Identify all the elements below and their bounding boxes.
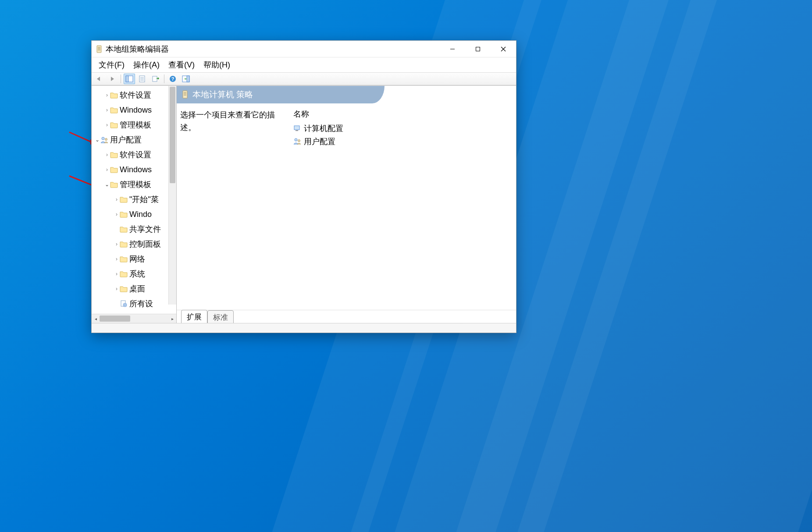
folder-icon	[120, 196, 128, 203]
folder-icon	[110, 92, 118, 99]
svg-text:?: ?	[171, 76, 175, 82]
tree-item[interactable]: ⌄管理模板	[92, 177, 171, 192]
tree-item[interactable]: 所有设	[92, 296, 171, 311]
svg-rect-18	[187, 76, 189, 82]
scroll-right-button[interactable]: ▸	[168, 315, 176, 323]
tree-item[interactable]: ›Windo	[92, 207, 171, 222]
chevron-down-icon[interactable]: ⌄	[104, 181, 110, 188]
tree-item[interactable]: ›系统	[92, 266, 171, 281]
maximize-icon	[475, 46, 481, 52]
chevron-right-icon[interactable]: ›	[114, 271, 120, 277]
chevron-down-icon[interactable]: ⌄	[94, 137, 100, 143]
export-button[interactable]	[150, 74, 161, 84]
back-button[interactable]	[93, 74, 105, 84]
content-header-title: 本地计算机 策略	[192, 89, 253, 100]
svg-rect-14	[153, 76, 157, 82]
description-column: 选择一个项目来查看它的描述。	[180, 109, 293, 305]
list-item-label: 用户配置	[304, 136, 335, 147]
content-pane: 本地计算机 策略 选择一个项目来查看它的描述。 名称 计算机配置用户配置 扩展 …	[177, 86, 516, 323]
tree-item[interactable]: ⌄用户配置	[92, 132, 171, 147]
folder-icon	[120, 270, 128, 277]
svg-point-31	[298, 140, 300, 142]
menu-help[interactable]: 帮助(H)	[199, 58, 235, 72]
chevron-right-icon[interactable]: ›	[104, 107, 110, 113]
tree-item[interactable]: ›桌面	[92, 281, 171, 296]
chevron-right-icon[interactable]: ›	[114, 241, 120, 247]
folder-icon	[120, 255, 128, 262]
tree-item-label: 用户配置	[110, 135, 142, 145]
maximize-button[interactable]	[465, 41, 491, 57]
tree-item[interactable]: ›Windows	[92, 103, 171, 117]
gear-icon	[120, 300, 128, 307]
tree-item-label: 管理模板	[120, 179, 151, 190]
minimize-icon	[450, 46, 455, 52]
menu-action[interactable]: 操作(A)	[129, 58, 164, 72]
menu-file[interactable]: 文件(F)	[94, 58, 129, 72]
minimize-button[interactable]	[440, 41, 465, 57]
chevron-right-icon[interactable]: ›	[104, 122, 110, 128]
column-header-name[interactable]: 名称	[293, 109, 513, 119]
folder-icon	[110, 181, 118, 188]
tree-pane: ›软件设置›Windows›管理模板⌄用户配置›软件设置›Windows⌄管理模…	[92, 86, 177, 323]
help-icon: ?	[169, 75, 176, 82]
tree-item[interactable]: ›网络	[92, 252, 171, 266]
svg-point-23	[125, 305, 126, 306]
close-button[interactable]	[491, 41, 516, 57]
tree-item[interactable]: ›软件设置	[92, 147, 171, 162]
properties-button[interactable]	[137, 74, 148, 84]
folder-icon	[110, 166, 118, 173]
policy-icon	[181, 90, 189, 99]
tree-item-label: 管理模板	[120, 120, 151, 130]
tree-item[interactable]: 共享文件	[92, 222, 171, 237]
titlebar: 本地组策略编辑器	[92, 41, 516, 57]
help-button[interactable]: ?	[167, 74, 178, 84]
tree-item[interactable]: ›软件设置	[92, 88, 171, 103]
tab-extended[interactable]: 扩展	[181, 310, 207, 323]
tree-item[interactable]: ›控制面板	[92, 237, 171, 252]
tree-item[interactable]: ›"开始"菜	[92, 192, 171, 207]
scroll-left-button[interactable]: ◂	[92, 315, 100, 323]
scrollbar-thumb[interactable]	[170, 87, 175, 183]
tree-item-label: Windows	[120, 165, 152, 174]
show-hide-action-pane-button[interactable]	[180, 74, 192, 84]
menu-view[interactable]: 查看(V)	[164, 58, 199, 72]
tab-standard[interactable]: 标准	[207, 310, 234, 323]
tree-pane-icon	[125, 75, 133, 82]
scrollbar-thumb[interactable]	[100, 316, 130, 322]
list-item[interactable]: 用户配置	[293, 135, 513, 148]
tree-item[interactable]: ›Windows	[92, 162, 171, 177]
gpedit-window: 本地组策略编辑器 文件(F) 操作(A) 查看(V) 帮助(H)	[91, 40, 516, 333]
chevron-right-icon[interactable]: ›	[114, 256, 120, 262]
svg-rect-28	[294, 126, 299, 130]
svg-point-20	[105, 138, 107, 141]
chevron-right-icon[interactable]: ›	[114, 286, 120, 292]
tree-item-label: 共享文件	[129, 224, 161, 234]
folder-icon	[110, 121, 118, 128]
folder-icon	[110, 151, 118, 158]
tree-item-label: 系统	[129, 269, 145, 279]
chevron-right-icon[interactable]: ›	[104, 152, 110, 158]
list-item[interactable]: 计算机配置	[293, 122, 513, 135]
tree-horizontal-scrollbar[interactable]: ◂ ▸	[92, 314, 176, 323]
action-pane-icon	[182, 75, 190, 82]
chevron-right-icon[interactable]: ›	[104, 167, 110, 173]
svg-rect-24	[183, 91, 187, 98]
properties-icon	[139, 75, 146, 82]
chevron-right-icon[interactable]: ›	[104, 92, 110, 98]
folder-icon	[120, 226, 128, 233]
desktop-background: 本地组策略编辑器 文件(F) 操作(A) 查看(V) 帮助(H)	[0, 0, 812, 532]
tree-item-label: 软件设置	[120, 149, 151, 160]
show-hide-tree-button[interactable]	[124, 74, 135, 84]
folder-icon	[120, 241, 128, 248]
chevron-right-icon[interactable]: ›	[114, 211, 120, 217]
content-tabs: 扩展 标准	[177, 310, 516, 323]
tree[interactable]: ›软件设置›Windows›管理模板⌄用户配置›软件设置›Windows⌄管理模…	[92, 86, 171, 311]
tree-vertical-scrollbar[interactable]	[168, 86, 176, 305]
tree-item-label: 所有设	[129, 298, 153, 309]
content-header: 本地计算机 策略	[177, 86, 385, 103]
tree-item[interactable]: ›管理模板	[92, 117, 171, 132]
tree-item-label: Windows	[120, 106, 152, 115]
tree-item-label: 网络	[129, 254, 145, 264]
chevron-right-icon[interactable]: ›	[114, 196, 120, 202]
forward-button[interactable]	[107, 74, 118, 84]
